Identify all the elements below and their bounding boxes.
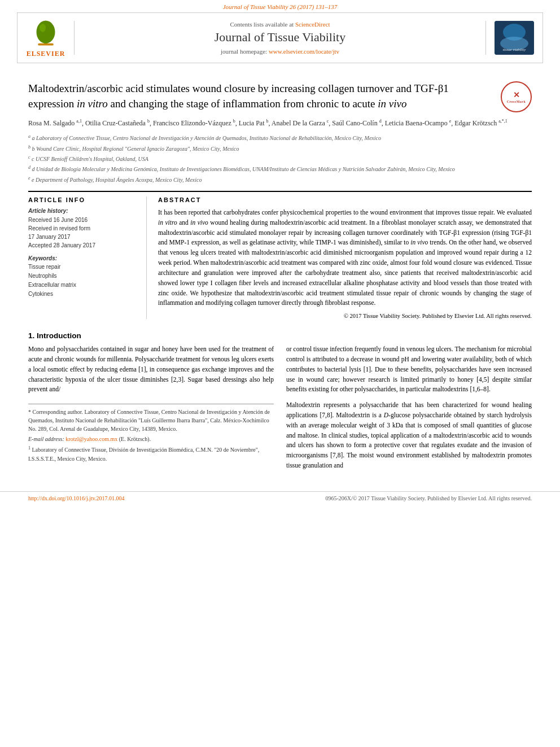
keywords-label: Keywords: xyxy=(28,255,138,261)
authors: Rosa M. Salgado a,1, Otilia Cruz-Castañe… xyxy=(28,118,532,129)
journal-citation: Journal of Tissue Viability 26 (2017) 13… xyxy=(0,0,560,12)
article-info-abstract: ARTICLE INFO Article history: Received 1… xyxy=(28,196,532,319)
keywords-list: Tissue repair Neutrophils Extracellular … xyxy=(28,263,138,299)
svg-point-2 xyxy=(40,24,46,32)
article-info-section: ARTICLE INFO Article history: Received 1… xyxy=(28,196,147,319)
journal-center: Contents lists available at ScienceDirec… xyxy=(74,21,486,55)
footnote-lab: 1 Laboratory of Connective Tissue, Divis… xyxy=(28,445,274,462)
keyword-1: Tissue repair xyxy=(28,263,138,272)
affiliation-c: c c UCSF Benioff Children's Hospital, Oa… xyxy=(28,154,532,163)
svg-point-1 xyxy=(37,21,55,43)
abstract-section: ABSTRACT It has been reported that carbo… xyxy=(158,196,532,319)
homepage-line: journal homepage: www.elsevier.com/locat… xyxy=(86,48,474,55)
doi-link[interactable]: http://dx.doi.org/10.1016/j.jtv.2017.01.… xyxy=(28,495,125,501)
sciencedirect-link[interactable]: ScienceDirect xyxy=(295,21,330,28)
crossmark-badge: ✕ CrossMark xyxy=(501,81,532,112)
affiliation-d: d d Unidad de Biología Molecular y Medic… xyxy=(28,164,532,173)
svg-text:tissue viability: tissue viability xyxy=(503,47,527,52)
article-title: Maltodextrin/ascorbic acid stimulates wo… xyxy=(28,81,532,111)
affiliation-a: a a Laboratory of Connective Tissue, Cen… xyxy=(28,133,532,142)
elsevier-tree-icon xyxy=(29,18,63,49)
elsevier-logo: ELSEVIER xyxy=(23,18,68,58)
received-text: Received 16 June 2016 xyxy=(28,216,138,224)
abstract-header: ABSTRACT xyxy=(158,196,532,203)
journal-logo-box: tissue viability xyxy=(495,21,534,55)
section-divider-top xyxy=(28,191,532,192)
footnote-section: * Corresponding author. Laboratory of Co… xyxy=(28,404,274,462)
bottom-bar: http://dx.doi.org/10.1016/j.jtv.2017.01.… xyxy=(0,491,560,505)
abstract-text: It has been reported that carbohydrates … xyxy=(158,208,532,308)
svg-rect-3 xyxy=(38,43,54,46)
journal-logo-graphic: tissue viability xyxy=(495,21,534,55)
footnote-corresponding: * Corresponding author. Laboratory of Co… xyxy=(28,408,274,433)
copyright-line: © 2017 Tissue Viability Society. Publish… xyxy=(158,313,532,319)
journal-logo-right: tissue viability xyxy=(492,21,537,55)
elsevier-label: ELSEVIER xyxy=(27,50,65,58)
journal-title-header: Journal of Tissue Viability xyxy=(86,30,474,45)
intro-right-text-2: Maltodextrin represents a polysaccharide… xyxy=(286,400,532,471)
affiliations: a a Laboratory of Connective Tissue, Cen… xyxy=(28,133,532,184)
revised-date-text: 17 January 2017 xyxy=(28,233,138,241)
keyword-2: Neutrophils xyxy=(28,272,138,281)
intro-left-col: Mono and polysaccharides contained in su… xyxy=(28,344,274,471)
history-label: Article history: xyxy=(28,208,138,214)
citation-text: Journal of Tissue Viability 26 (2017) 13… xyxy=(223,3,338,10)
intro-right-col: or control tissue infection frequently f… xyxy=(286,344,532,471)
intro-right-text-1: or control tissue infection frequently f… xyxy=(286,344,532,395)
accepted-text: Accepted 28 January 2017 xyxy=(28,241,138,250)
introduction-section: 1. Introduction Mono and polysaccharides… xyxy=(28,331,532,471)
keyword-4: Cytokines xyxy=(28,290,138,299)
intro-body: Mono and polysaccharides contained in su… xyxy=(28,344,532,471)
crossmark-label: CrossMark xyxy=(507,100,526,103)
intro-left-text: Mono and polysaccharides contained in su… xyxy=(28,344,274,395)
affiliation-e: e e Department of Pathology, Hospital Án… xyxy=(28,175,532,184)
contents-line: Contents lists available at ScienceDirec… xyxy=(86,21,474,28)
intro-heading: 1. Introduction xyxy=(28,331,532,340)
footnote-email: E-mail address: krotzl@yahoo.com.mx (E. … xyxy=(28,435,274,443)
main-content: Maltodextrin/ascorbic acid stimulates wo… xyxy=(0,63,560,482)
keyword-3: Extracellular matrix xyxy=(28,281,138,290)
homepage-link[interactable]: www.elsevier.com/locate/jtv xyxy=(269,48,339,55)
received-revised-text: Received in revised form xyxy=(28,224,138,233)
article-info-header: ARTICLE INFO xyxy=(28,196,138,203)
affiliation-b: b b Wound Care Clinic, Hospital Regional… xyxy=(28,144,532,153)
journal-header: ELSEVIER Contents lists available at Sci… xyxy=(17,12,543,63)
issn-text: 0965-206X/© 2017 Tissue Viability Societ… xyxy=(325,495,532,501)
crossmark-icon: ✕ xyxy=(513,90,520,100)
